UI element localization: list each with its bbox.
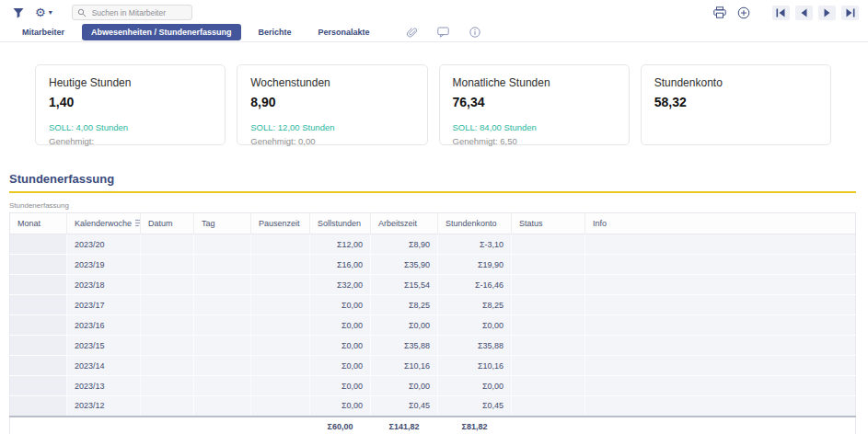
print-icon[interactable] xyxy=(713,6,726,18)
cell-info xyxy=(585,336,856,356)
card-value: 58,32 xyxy=(654,95,817,109)
column-header-arbeitszeit[interactable]: Arbeitszeit xyxy=(371,213,438,234)
table-row[interactable]: 2023/14Σ0,00Σ10,16Σ10,16 xyxy=(10,356,856,376)
cell-monat xyxy=(10,234,67,255)
cell-status xyxy=(512,356,585,376)
paperclip-icon[interactable] xyxy=(406,27,417,38)
cell-status xyxy=(512,295,585,315)
cell-kalenderwoche: 2023/12 xyxy=(67,396,141,417)
cell-sollstunden: Σ0,00 xyxy=(310,336,371,356)
toolbar-right-group xyxy=(702,6,859,20)
comment-icon[interactable] xyxy=(437,27,449,38)
column-header-datum[interactable]: Datum xyxy=(141,213,194,234)
cell-sollstunden: Σ32,00 xyxy=(310,275,371,295)
cell-stundenkonto: Σ35,88 xyxy=(438,336,512,356)
cell-tag xyxy=(194,295,251,315)
table-row[interactable]: 2023/17Σ0,00Σ8,25Σ8,25 xyxy=(10,295,856,315)
column-header-status[interactable]: Status xyxy=(512,213,585,234)
card-wochenstunden: Wochenstunden 8,90 SOLL: 12,00 Stunden G… xyxy=(237,64,427,145)
add-icon[interactable] xyxy=(737,6,750,19)
filter-icon[interactable] xyxy=(13,7,24,18)
cell-kalenderwoche: 2023/16 xyxy=(67,315,141,336)
column-header-tag[interactable]: Tag xyxy=(194,213,251,234)
cell-info xyxy=(585,315,856,336)
card-title: Monatliche Stunden xyxy=(453,76,616,89)
cell-pausenzeit xyxy=(251,275,310,295)
cell-status xyxy=(512,315,585,336)
search-box[interactable] xyxy=(72,5,192,20)
top-toolbar: ⚙ ▾ xyxy=(0,0,868,22)
cell-sollstunden: Σ0,00 xyxy=(310,315,371,336)
cell-info xyxy=(585,234,856,255)
cell-pausenzeit xyxy=(251,315,310,336)
tab-personalakte[interactable]: Personalakte xyxy=(309,24,379,40)
cell-stundenkonto: Σ0,00 xyxy=(438,315,512,336)
summary-cards: Heutige Stunden 1,40 SOLL: 4,00 Stunden … xyxy=(35,64,831,145)
nav-last-button[interactable] xyxy=(841,6,859,20)
cell-sollstunden: Σ0,00 xyxy=(310,295,371,315)
column-header-pausenzeit[interactable]: Pausenzeit xyxy=(251,213,310,234)
section-header: Stundenerfassung xyxy=(9,170,856,193)
cell-stundenkonto: Σ19,90 xyxy=(438,255,512,275)
tab-berichte[interactable]: Berichte xyxy=(249,24,301,40)
cell-kalenderwoche: 2023/13 xyxy=(67,376,141,396)
card-value: 76,34 xyxy=(453,95,616,109)
card-heutige-stunden: Heutige Stunden 1,40 SOLL: 4,00 Stunden … xyxy=(35,64,226,145)
nav-first-button[interactable] xyxy=(772,6,790,20)
cell-pausenzeit xyxy=(251,376,310,396)
cell-datum xyxy=(141,396,194,417)
cell-datum xyxy=(141,315,194,336)
cell-stundenkonto: Σ0,00 xyxy=(438,376,512,396)
cell-info xyxy=(585,295,856,315)
cell-arbeitszeit: Σ35,90 xyxy=(371,255,438,275)
column-filter-icon[interactable] xyxy=(135,219,140,227)
info-icon[interactable] xyxy=(469,27,480,38)
cell-status xyxy=(512,396,585,417)
cell-info xyxy=(585,356,856,376)
column-header-monat[interactable]: Monat xyxy=(10,213,67,234)
table-row[interactable]: 2023/15Σ0,00Σ35,88Σ35,88 xyxy=(10,336,856,356)
tab-mitarbeiter[interactable]: Mitarbeiter xyxy=(13,24,74,40)
cell-status xyxy=(512,336,585,356)
cell-datum xyxy=(141,295,194,315)
card-soll: SOLL: 4,00 Stunden xyxy=(49,122,212,132)
cell-pausenzeit xyxy=(251,396,310,417)
gear-icon[interactable]: ⚙ xyxy=(35,6,46,18)
nav-next-button[interactable] xyxy=(818,6,836,20)
table-row[interactable]: 2023/19Σ16,00Σ35,90Σ19,90 xyxy=(10,255,856,275)
cell-sollstunden: Σ16,00 xyxy=(310,255,371,275)
cell-kalenderwoche: 2023/17 xyxy=(67,295,141,315)
table-row[interactable]: 2023/12Σ0,00Σ0,45Σ0,45 xyxy=(10,396,856,417)
cell-monat xyxy=(10,396,67,417)
cell-info xyxy=(585,376,856,396)
table-totals-row: Σ60,00 Σ141,82 Σ81,82 xyxy=(10,417,856,434)
total-cell-tag xyxy=(194,417,251,434)
cell-datum xyxy=(141,356,194,376)
settings-menu[interactable]: ⚙ ▾ xyxy=(35,6,52,18)
cell-tag xyxy=(194,315,251,336)
table-row[interactable]: 2023/16Σ0,00Σ0,00Σ0,00 xyxy=(10,315,856,336)
cell-kalenderwoche: 2023/20 xyxy=(67,234,141,255)
card-genehmigt: Genehmigt: 6,50 xyxy=(453,136,616,146)
cell-tag xyxy=(194,234,251,255)
table-row[interactable]: 2023/20Σ12,00Σ8,90Σ-3,10 xyxy=(10,234,856,255)
cell-monat xyxy=(10,336,67,356)
search-icon xyxy=(77,8,87,17)
cell-info xyxy=(585,275,856,295)
card-soll: SOLL: 84,00 Stunden xyxy=(453,122,616,132)
cell-sollstunden: Σ0,00 xyxy=(310,356,371,376)
tab-abwesenheiten-stundenerfassung[interactable]: Abwesenheiten / Stundenerfassung xyxy=(82,24,241,40)
column-header-stundenkonto[interactable]: Stundenkonto xyxy=(438,213,512,234)
table-row[interactable]: 2023/18Σ32,00Σ15,54Σ-16,46 xyxy=(10,275,856,295)
card-value: 1,40 xyxy=(49,95,212,109)
search-input[interactable] xyxy=(90,7,187,18)
table-body: 2023/20Σ12,00Σ8,90Σ-3,102023/19Σ16,00Σ35… xyxy=(10,234,856,417)
cell-datum xyxy=(141,234,194,255)
cell-info xyxy=(585,396,856,417)
column-header-kalenderwoche[interactable]: Kalenderwoche xyxy=(67,213,141,234)
table-row[interactable]: 2023/13Σ0,00Σ0,00Σ0,00 xyxy=(10,376,856,396)
column-header-sollstunden[interactable]: Sollstunden xyxy=(310,213,371,234)
cell-pausenzeit xyxy=(251,255,310,275)
nav-prev-button[interactable] xyxy=(795,6,813,20)
column-header-info[interactable]: Info xyxy=(585,213,856,234)
